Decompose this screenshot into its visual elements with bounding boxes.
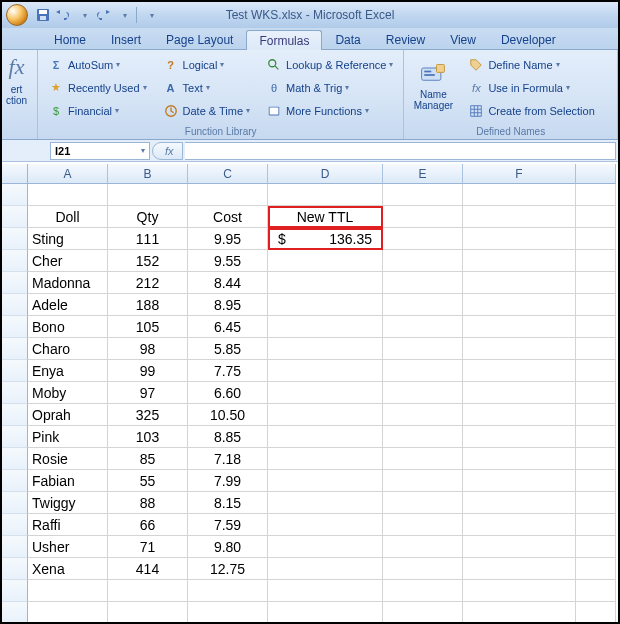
date-time-button[interactable]: Date & Time ▾ bbox=[159, 100, 255, 121]
create-from-selection-button[interactable]: Create from Selection bbox=[464, 100, 598, 121]
cell-g5[interactable] bbox=[576, 272, 616, 294]
row-header-11[interactable] bbox=[2, 404, 28, 426]
cell-d8[interactable] bbox=[268, 338, 383, 360]
cell-f8[interactable] bbox=[463, 338, 576, 360]
cell-d13[interactable] bbox=[268, 448, 383, 470]
row-header-19[interactable] bbox=[2, 580, 28, 602]
cell-e13[interactable] bbox=[383, 448, 463, 470]
cell-f7[interactable] bbox=[463, 316, 576, 338]
cell-c1[interactable] bbox=[188, 184, 268, 206]
cell-e18[interactable] bbox=[383, 558, 463, 580]
recently-used-button[interactable]: ★ Recently Used ▾ bbox=[44, 77, 151, 98]
cell-d4[interactable] bbox=[268, 250, 383, 272]
cell-c17[interactable]: 9.80 bbox=[188, 536, 268, 558]
cell-g6[interactable] bbox=[576, 294, 616, 316]
use-in-formula-button[interactable]: fx Use in Formula ▾ bbox=[464, 77, 598, 98]
lookup-reference-button[interactable]: Lookup & Reference ▾ bbox=[262, 54, 397, 75]
cell-d12[interactable] bbox=[268, 426, 383, 448]
cell-b14[interactable]: 55 bbox=[108, 470, 188, 492]
cell-b16[interactable]: 66 bbox=[108, 514, 188, 536]
office-button[interactable] bbox=[6, 4, 28, 26]
cell-f3[interactable] bbox=[463, 228, 576, 250]
tab-developer[interactable]: Developer bbox=[489, 30, 568, 49]
cell-e12[interactable] bbox=[383, 426, 463, 448]
cell-f9[interactable] bbox=[463, 360, 576, 382]
cell-d18[interactable] bbox=[268, 558, 383, 580]
row-header-20[interactable] bbox=[2, 602, 28, 622]
cell-c6[interactable]: 8.95 bbox=[188, 294, 268, 316]
cell-a18[interactable]: Xena bbox=[28, 558, 108, 580]
cell-b5[interactable]: 212 bbox=[108, 272, 188, 294]
cell-f16[interactable] bbox=[463, 514, 576, 536]
cell-d1[interactable] bbox=[268, 184, 383, 206]
cell-c8[interactable]: 5.85 bbox=[188, 338, 268, 360]
row-header-18[interactable] bbox=[2, 558, 28, 580]
row-header-10[interactable] bbox=[2, 382, 28, 404]
cell-a17[interactable]: Usher bbox=[28, 536, 108, 558]
cell-e20[interactable] bbox=[383, 602, 463, 622]
cell-f2[interactable] bbox=[463, 206, 576, 228]
cell-b10[interactable]: 97 bbox=[108, 382, 188, 404]
qat-customize[interactable]: ▾ bbox=[141, 6, 159, 24]
cell-f5[interactable] bbox=[463, 272, 576, 294]
cell-a1[interactable] bbox=[28, 184, 108, 206]
cell-f10[interactable] bbox=[463, 382, 576, 404]
cell-g14[interactable] bbox=[576, 470, 616, 492]
cell-c19[interactable] bbox=[188, 580, 268, 602]
cell-e9[interactable] bbox=[383, 360, 463, 382]
cell-b18[interactable]: 414 bbox=[108, 558, 188, 580]
cell-c12[interactable]: 8.85 bbox=[188, 426, 268, 448]
cell-a10[interactable]: Moby bbox=[28, 382, 108, 404]
cell-f13[interactable] bbox=[463, 448, 576, 470]
cell-c4[interactable]: 9.55 bbox=[188, 250, 268, 272]
cell-e5[interactable] bbox=[383, 272, 463, 294]
cell-f15[interactable] bbox=[463, 492, 576, 514]
define-name-button[interactable]: Define Name ▾ bbox=[464, 54, 598, 75]
cell-f12[interactable] bbox=[463, 426, 576, 448]
autosum-button[interactable]: Σ AutoSum ▾ bbox=[44, 54, 151, 75]
cell-e6[interactable] bbox=[383, 294, 463, 316]
cell-e3[interactable] bbox=[383, 228, 463, 250]
row-header-8[interactable] bbox=[2, 338, 28, 360]
cell-d5[interactable] bbox=[268, 272, 383, 294]
cell-g11[interactable] bbox=[576, 404, 616, 426]
cell-a14[interactable]: Fabian bbox=[28, 470, 108, 492]
cell-c18[interactable]: 12.75 bbox=[188, 558, 268, 580]
tab-formulas[interactable]: Formulas bbox=[246, 30, 322, 50]
cell-c9[interactable]: 7.75 bbox=[188, 360, 268, 382]
cell-a3[interactable]: Sting bbox=[28, 228, 108, 250]
cell-c10[interactable]: 6.60 bbox=[188, 382, 268, 404]
column-header-D[interactable]: D bbox=[268, 164, 383, 184]
cell-g2[interactable] bbox=[576, 206, 616, 228]
column-header-E[interactable]: E bbox=[383, 164, 463, 184]
cell-e19[interactable] bbox=[383, 580, 463, 602]
insert-function-button[interactable]: fx ert ction bbox=[2, 52, 31, 106]
cell-b17[interactable]: 71 bbox=[108, 536, 188, 558]
cell-d20[interactable] bbox=[268, 602, 383, 622]
cell-a12[interactable]: Pink bbox=[28, 426, 108, 448]
row-header-5[interactable] bbox=[2, 272, 28, 294]
column-header-B[interactable]: B bbox=[108, 164, 188, 184]
cell-a5[interactable]: Madonna bbox=[28, 272, 108, 294]
cell-g3[interactable] bbox=[576, 228, 616, 250]
select-all-corner[interactable] bbox=[2, 164, 28, 184]
column-header-F[interactable]: F bbox=[463, 164, 576, 184]
tab-review[interactable]: Review bbox=[374, 30, 437, 49]
cell-g15[interactable] bbox=[576, 492, 616, 514]
column-header-C[interactable]: C bbox=[188, 164, 268, 184]
cell-d2[interactable]: New TTL bbox=[268, 206, 383, 228]
spreadsheet-grid[interactable]: ABCDEF DollQtyCostNew TTLSting1119.95$13… bbox=[2, 164, 618, 622]
cell-e1[interactable] bbox=[383, 184, 463, 206]
more-functions-button[interactable]: More Functions ▾ bbox=[262, 100, 397, 121]
cell-d9[interactable] bbox=[268, 360, 383, 382]
cell-b8[interactable]: 98 bbox=[108, 338, 188, 360]
cell-e16[interactable] bbox=[383, 514, 463, 536]
undo-dropdown[interactable]: ▾ bbox=[74, 6, 92, 24]
cell-c16[interactable]: 7.59 bbox=[188, 514, 268, 536]
row-header-15[interactable] bbox=[2, 492, 28, 514]
cell-d17[interactable] bbox=[268, 536, 383, 558]
cell-f14[interactable] bbox=[463, 470, 576, 492]
row-header-16[interactable] bbox=[2, 514, 28, 536]
cell-f1[interactable] bbox=[463, 184, 576, 206]
cell-f18[interactable] bbox=[463, 558, 576, 580]
